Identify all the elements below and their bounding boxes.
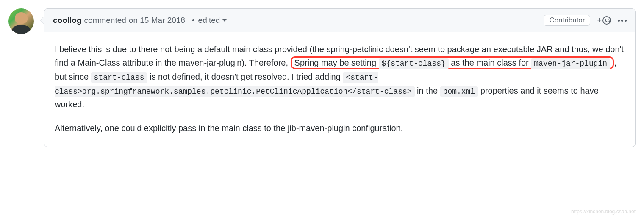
comment-body: I believe this is due to there not being… [44,32,635,147]
timestamp[interactable]: on 15 Mar 2018 [129,16,185,25]
comment-container: coollog commented on 15 Mar 2018 • edite… [44,8,636,147]
paragraph-1: I believe this is due to there not being… [55,42,625,111]
code-maven-jar-plugin: maven-jar-plugin [531,58,610,69]
bullet-separator: • [192,16,195,25]
edited-dropdown[interactable]: • edited [189,16,227,25]
code-pom-xml: pom.xml [440,86,478,97]
chevron-down-icon [222,19,227,22]
code-start-class-var: ${start-class} [379,58,449,69]
emoji-icon [602,16,611,25]
code-start-class: start-class [91,72,147,83]
highlighted-annotation: Spring may be setting ${start-class} as … [291,56,614,69]
add-reaction-button[interactable]: + [597,16,611,25]
plus-icon: + [597,16,602,25]
avatar[interactable] [8,8,34,34]
comment-arrow [40,16,44,25]
comment-header: coollog commented on 15 Mar 2018 • edite… [44,9,635,32]
paragraph-2: Alternatively, one could explicitly pass… [55,121,625,135]
author-link[interactable]: coollog [53,16,82,25]
action-text: commented [84,16,126,25]
kebab-menu-button[interactable] [618,20,627,22]
contributor-badge: Contributor [544,15,590,26]
edited-label: edited [198,16,220,25]
